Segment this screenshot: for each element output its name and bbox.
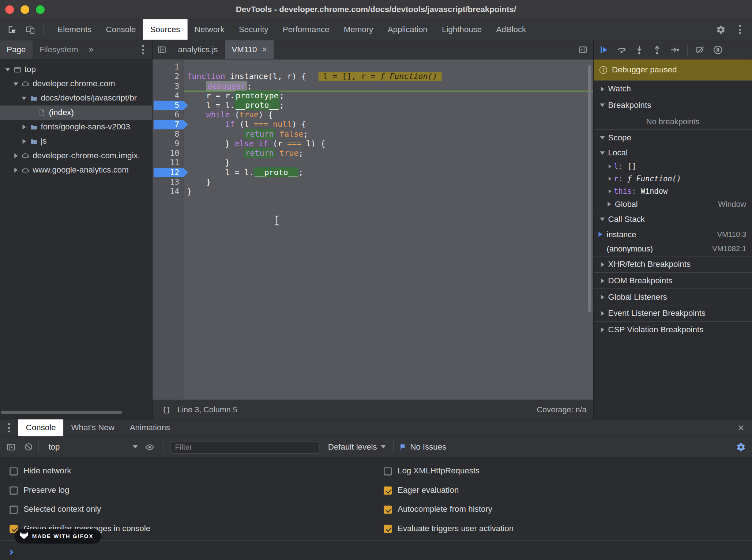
tree-item-index[interactable]: (index) xyxy=(0,105,152,120)
chevron-down-icon[interactable] xyxy=(598,215,606,223)
drawer-tab-what-s-new[interactable]: What's New xyxy=(64,419,122,436)
chevron-right-icon[interactable] xyxy=(605,200,613,208)
main-tab-lighthouse[interactable]: Lighthouse xyxy=(435,19,489,39)
main-tab-sources[interactable]: Sources xyxy=(143,19,187,39)
main-tab-application[interactable]: Application xyxy=(380,19,435,39)
device-toolbar-icon[interactable] xyxy=(25,24,35,35)
tab-overflow-chevron-icon[interactable]: » xyxy=(85,40,97,59)
setting-hide-network[interactable]: Hide network xyxy=(10,462,374,481)
pretty-print-icon[interactable]: {} xyxy=(159,405,171,414)
line-number[interactable]: 11 xyxy=(153,158,184,168)
line-number[interactable]: 4 xyxy=(153,91,184,101)
section-call-stack[interactable]: Call Stack xyxy=(594,211,752,227)
main-tab-console[interactable]: Console xyxy=(99,19,143,39)
section-xhr-fetch-breakpoints[interactable]: XHR/fetch Breakpoints xyxy=(594,256,752,272)
chevron-down-icon[interactable] xyxy=(598,101,606,109)
navigator-tab-filesystem[interactable]: Filesystem xyxy=(33,40,85,59)
chevron-right-icon[interactable] xyxy=(606,175,614,183)
panel-right-icon[interactable] xyxy=(578,40,593,59)
chevron-right-icon[interactable] xyxy=(606,162,614,170)
vertical-scrollbar[interactable] xyxy=(588,65,591,312)
step-over-icon[interactable] xyxy=(616,44,627,55)
line-number[interactable]: 14 xyxy=(153,187,184,196)
section-global-listeners[interactable]: Global Listeners xyxy=(594,288,752,305)
section-event-listener-breakpoints[interactable]: Event Listener Breakpoints xyxy=(594,305,752,321)
checkbox[interactable] xyxy=(384,467,392,475)
scope-var-r[interactable]: r: ƒ Function() xyxy=(594,173,752,185)
tree-item-developer-chrome-com[interactable]: developer.chrome.com xyxy=(0,77,152,91)
line-number[interactable]: 6 xyxy=(153,110,184,120)
call-stack-frame-instance[interactable]: instanceVM110:3 xyxy=(594,227,752,242)
checkbox[interactable] xyxy=(10,506,18,514)
checkbox[interactable] xyxy=(384,525,392,533)
chevron-right-icon[interactable] xyxy=(20,137,28,145)
section-scope[interactable]: Scope xyxy=(594,129,752,146)
drawer-more-menu-icon[interactable] xyxy=(0,419,18,436)
main-tab-performance[interactable]: Performance xyxy=(275,19,336,39)
drawer-tab-console[interactable]: Console xyxy=(18,419,64,436)
chevron-down-icon[interactable] xyxy=(20,94,28,102)
tree-item-docs-devtools-javascript-br[interactable]: docs/devtools/javascript/br xyxy=(0,91,152,105)
chevron-down-icon[interactable] xyxy=(12,80,20,88)
chevron-down-icon[interactable] xyxy=(4,66,11,73)
chevron-down-icon[interactable] xyxy=(598,134,606,141)
inspect-icon[interactable] xyxy=(7,24,17,35)
line-number[interactable]: 1 xyxy=(153,62,184,72)
setting-autocomplete-from-history[interactable]: Autocomplete from history xyxy=(384,500,752,519)
zoom-window-button[interactable] xyxy=(36,5,45,14)
code-text[interactable]: l = l.__proto__; xyxy=(184,101,285,110)
setting-eager-evaluation[interactable]: Eager evaluation xyxy=(384,481,752,500)
code-text[interactable]: return true; xyxy=(184,148,304,158)
code-text[interactable]: } xyxy=(184,187,192,196)
code-text[interactable]: function instance(l, r) {l = [], r = ƒ F… xyxy=(184,72,442,82)
close-tab-icon[interactable]: × xyxy=(262,44,267,55)
tree-item-top[interactable]: top xyxy=(0,62,152,76)
tree-item-js[interactable]: js xyxy=(0,134,152,148)
chevron-down-icon[interactable] xyxy=(598,149,606,157)
checkbox[interactable] xyxy=(384,486,392,494)
main-tab-network[interactable]: Network xyxy=(187,19,232,39)
more-menu-icon[interactable] xyxy=(736,25,744,34)
code-text[interactable]: if (l === null) { xyxy=(184,120,307,129)
tree-item-fonts-google-sans-v2003[interactable]: fonts/google-sans-v2003 xyxy=(0,120,152,134)
setting-evaluate-triggers-user-activation[interactable]: Evaluate triggers user activation xyxy=(384,519,752,538)
tree-item-developer-chrome-com-imgix[interactable]: developer-chrome-com.imgix. xyxy=(0,148,152,163)
code-text[interactable]: while (true) { xyxy=(184,110,273,120)
line-number[interactable]: 13 xyxy=(153,177,184,187)
console-prompt[interactable] xyxy=(0,540,752,556)
main-tab-elements[interactable]: Elements xyxy=(50,19,99,39)
main-tab-security[interactable]: Security xyxy=(232,19,275,39)
line-number[interactable]: 2 xyxy=(153,72,184,82)
section-breakpoints[interactable]: Breakpoints xyxy=(594,97,752,113)
chevron-right-icon[interactable] xyxy=(598,85,606,93)
filter-input[interactable] xyxy=(171,441,319,453)
close-drawer-icon[interactable]: × xyxy=(730,419,752,436)
main-tab-memory[interactable]: Memory xyxy=(336,19,380,39)
console-settings-gear-icon[interactable] xyxy=(736,442,746,452)
scope-var-this[interactable]: this: Window xyxy=(594,185,752,197)
chevron-right-icon[interactable] xyxy=(12,152,20,160)
navigator-tab-page[interactable]: Page xyxy=(0,40,33,59)
setting-selected-context-only[interactable]: Selected context only xyxy=(10,500,374,519)
clear-console-icon[interactable] xyxy=(23,442,34,452)
checkbox[interactable] xyxy=(384,506,392,514)
step-icon[interactable] xyxy=(669,44,680,55)
step-into-icon[interactable] xyxy=(634,44,644,55)
chevron-right-icon[interactable] xyxy=(606,188,614,195)
code-text[interactable] xyxy=(184,62,187,72)
code-text[interactable]: debugger; xyxy=(184,82,252,91)
code-text[interactable]: } xyxy=(184,158,230,168)
setting-preserve-log[interactable]: Preserve log xyxy=(10,481,374,500)
context-selector[interactable]: top xyxy=(46,442,141,452)
setting-log-xmlhttprequests[interactable]: Log XMLHttpRequests xyxy=(384,462,752,481)
toggle-navigator-icon[interactable] xyxy=(153,40,171,59)
code-text[interactable]: l = l.__proto__; xyxy=(184,168,304,177)
horizontal-scrollbar[interactable] xyxy=(1,411,122,414)
levels-dropdown[interactable]: Default levels xyxy=(328,442,386,452)
console-sidebar-icon[interactable] xyxy=(6,442,16,452)
scope-global-group[interactable]: Global Window xyxy=(594,197,752,211)
section-dom-breakpoints[interactable]: DOM Breakpoints xyxy=(594,272,752,289)
main-tab-adblock[interactable]: AdBlock xyxy=(489,19,533,39)
call-stack-frame-anonymous[interactable]: (anonymous)VM1082:1 xyxy=(594,242,752,256)
minimize-window-button[interactable] xyxy=(20,5,29,14)
